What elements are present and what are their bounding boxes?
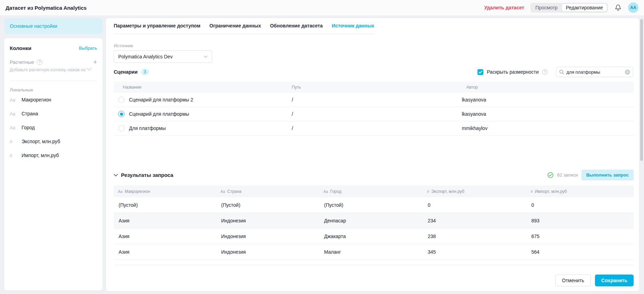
table-row: (Пустой) (Пустой) (Пустой) 0 0 — [114, 197, 634, 213]
sidebar-item-label: Основные настройки — [10, 23, 57, 29]
tab-dataset-update[interactable]: Обновление датасета — [270, 23, 323, 28]
delete-dataset-button[interactable]: Удалить датасет — [484, 5, 524, 10]
column-item-city[interactable]: Aa Город — [10, 121, 97, 134]
run-query-button[interactable]: Выполнить запрос — [581, 170, 634, 180]
table-row-clipped — [114, 260, 634, 265]
table-row: Азия Индонезия Джакарта 238 675 — [114, 229, 634, 244]
help-icon[interactable]: ? — [37, 59, 42, 65]
mode-edit-button[interactable]: Редактирование — [562, 3, 607, 12]
col-header-name: Название — [123, 85, 292, 90]
help-icon[interactable]: ? — [542, 69, 548, 75]
radio-unselected-icon[interactable] — [118, 125, 124, 131]
mode-switch: Просмотр Редактирование — [530, 3, 608, 13]
page-title: Датасет из Polymatica Analytics — [6, 5, 87, 11]
source-label: Источник — [114, 43, 212, 48]
chevron-down-icon — [114, 174, 118, 177]
text-type-icon: Aa — [118, 189, 122, 194]
columns-panel: Колонки Выбрать Расчетные ? + Добавьте р… — [4, 38, 103, 291]
results-collapse-toggle[interactable]: Результаты запроса — [114, 172, 173, 178]
tab-parameters-access[interactable]: Параметры и управление доступом — [114, 23, 200, 28]
scenarios-table-header: Название Путь Автор — [114, 81, 634, 93]
expand-dimensions-label: Раскрыть размерности — [487, 69, 539, 75]
text-type-icon: Aa — [323, 189, 328, 194]
table-row: Азия Индонезия Маланг 345 564 — [114, 244, 634, 260]
expand-dimensions-checkbox[interactable] — [477, 69, 483, 75]
search-input[interactable] — [566, 70, 622, 75]
scenario-row[interactable]: Сценарий для платформы 2 / lkasyanova — [114, 93, 634, 107]
number-type-icon: # — [427, 189, 429, 194]
scenarios-table: Название Путь Автор Сценарий для платфор… — [114, 81, 634, 136]
chevron-down-icon — [203, 55, 208, 58]
add-calculated-column-button[interactable]: + — [93, 59, 97, 65]
scenarios-title: Сценарии — [114, 69, 138, 75]
main-panel: Параметры и управление доступом Ограниче… — [106, 18, 639, 291]
col-header-author: Автор — [466, 85, 634, 90]
source-field: Источник Polymatica Analytics Dev — [114, 43, 212, 63]
column-item-export[interactable]: # Экспорт, млн.руб — [10, 135, 97, 148]
text-type-icon: Aa — [10, 111, 17, 116]
choose-columns-button[interactable]: Выбрать — [79, 46, 97, 51]
scenario-row[interactable]: Для платформы / mmikhaylov — [114, 121, 634, 136]
save-button[interactable]: Сохранить — [595, 275, 634, 286]
search-icon — [559, 70, 564, 74]
records-count: 62 записи — [557, 172, 578, 178]
clear-search-icon[interactable]: ✕ — [625, 70, 630, 75]
tab-bar: Параметры и управление доступом Ограниче… — [114, 23, 374, 34]
text-type-icon: Aa — [10, 97, 17, 103]
user-avatar[interactable]: AA — [628, 2, 638, 13]
results-table: AaМакрорегион AaСтрана AaГород #Экспорт,… — [114, 186, 634, 265]
column-item-country[interactable]: Aa Страна — [10, 107, 97, 120]
results-title: Результаты запроса — [121, 172, 173, 178]
number-type-icon: # — [531, 189, 533, 194]
col-header-path: Путь — [292, 85, 466, 90]
divider — [10, 81, 97, 81]
results-header-row: Результаты запроса 62 записи Выполнить з… — [114, 170, 634, 180]
vertical-scrollbar[interactable] — [640, 19, 643, 161]
tab-data-source[interactable]: Источник данных — [332, 23, 374, 28]
radio-selected-icon[interactable] — [118, 111, 124, 117]
text-type-icon: Aa — [10, 125, 17, 130]
source-select[interactable]: Polymatica Analytics Dev — [114, 50, 212, 63]
number-type-icon: # — [10, 139, 17, 144]
scenarios-count-badge: 3 — [141, 68, 149, 75]
results-table-header: AaМакрорегион AaСтрана AaГород #Экспорт,… — [114, 186, 634, 197]
calculated-columns-hint: Добавьте расчетную колонку, нажав на “+” — [10, 67, 97, 72]
footer-actions: Отменить Сохранить — [555, 275, 634, 286]
sidebar-item-main-settings[interactable]: Основные настройки — [4, 18, 103, 34]
column-item-macroregion[interactable]: Aa Макрорегион — [10, 93, 97, 106]
tab-data-restriction[interactable]: Ограничение данных — [209, 23, 261, 28]
columns-panel-title: Колонки — [10, 45, 31, 51]
scenario-search: ✕ — [556, 67, 633, 77]
table-row: Азия Индонезия Денпасар 234 893 — [114, 213, 634, 229]
cancel-button[interactable]: Отменить — [555, 275, 591, 286]
top-bar: Датасет из Polymatica Analytics Удалить … — [0, 0, 644, 15]
topbar-actions: Удалить датасет Просмотр Редактирование … — [484, 2, 638, 13]
source-select-value: Polymatica Analytics Dev — [118, 54, 172, 59]
mode-view-button[interactable]: Просмотр — [531, 3, 562, 12]
text-type-icon: Aa — [220, 189, 225, 194]
local-columns-label: Локальные — [10, 87, 97, 92]
number-type-icon: # — [10, 153, 17, 158]
column-item-import[interactable]: # Импорт, млн,руб — [10, 149, 97, 162]
calculated-columns-label: Расчетные — [10, 59, 34, 65]
scenario-row-selected[interactable]: Сценарий для платформы / lkasyanova — [114, 107, 634, 121]
check-circle-icon — [547, 172, 554, 178]
notifications-bell-icon[interactable] — [614, 4, 622, 11]
radio-unselected-icon[interactable] — [118, 97, 124, 103]
scenarios-header-row: Сценарии 3 Раскрыть размерности ? ✕ — [114, 67, 633, 77]
